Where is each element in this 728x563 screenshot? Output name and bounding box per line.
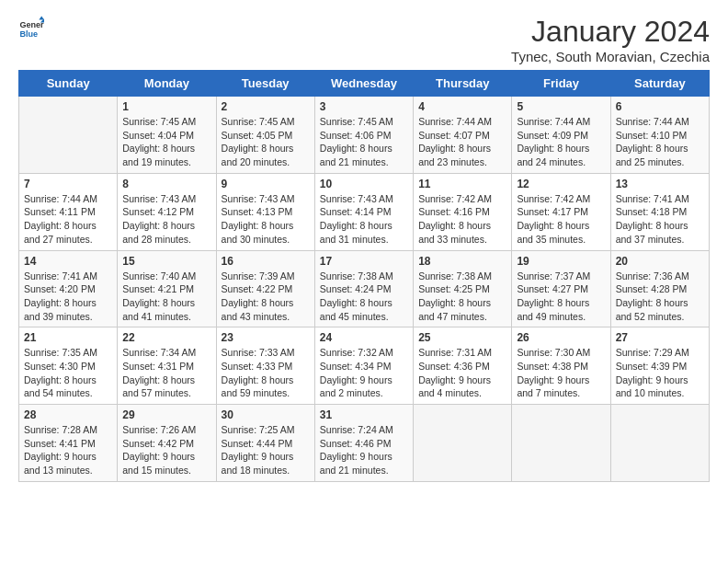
cell-content: Sunrise: 7:38 AM Sunset: 4:25 PM Dayligh… <box>418 270 506 324</box>
calendar-cell <box>414 405 512 482</box>
calendar-cell: 3Sunrise: 7:45 AM Sunset: 4:06 PM Daylig… <box>314 97 413 174</box>
day-number: 27 <box>616 331 704 344</box>
day-number: 10 <box>320 178 408 190</box>
weekday-header-monday: Monday <box>118 71 216 97</box>
calendar-cell: 7Sunrise: 7:44 AM Sunset: 4:11 PM Daylig… <box>19 173 118 250</box>
cell-content: Sunrise: 7:41 AM Sunset: 4:18 PM Dayligh… <box>616 192 704 247</box>
day-number: 7 <box>24 178 112 190</box>
calendar-week-5: 28Sunrise: 7:28 AM Sunset: 4:41 PM Dayli… <box>19 405 710 482</box>
calendar-cell: 18Sunrise: 7:38 AM Sunset: 4:25 PM Dayli… <box>414 250 512 327</box>
cell-content: Sunrise: 7:33 AM Sunset: 4:33 PM Dayligh… <box>222 346 310 400</box>
day-number: 25 <box>418 331 506 344</box>
month-title: January 2024 <box>511 15 710 49</box>
day-number: 29 <box>122 408 210 421</box>
day-number: 6 <box>616 100 704 113</box>
day-number: 4 <box>418 100 506 113</box>
calendar-cell: 10Sunrise: 7:43 AM Sunset: 4:14 PM Dayli… <box>314 173 413 250</box>
svg-text:Blue: Blue <box>19 29 38 39</box>
calendar-cell: 15Sunrise: 7:40 AM Sunset: 4:21 PM Dayli… <box>118 250 216 327</box>
calendar-cell: 28Sunrise: 7:28 AM Sunset: 4:41 PM Dayli… <box>19 405 118 482</box>
calendar-cell: 14Sunrise: 7:41 AM Sunset: 4:20 PM Dayli… <box>19 250 118 327</box>
cell-content: Sunrise: 7:31 AM Sunset: 4:36 PM Dayligh… <box>418 346 506 400</box>
day-number: 13 <box>616 178 704 190</box>
cell-content: Sunrise: 7:45 AM Sunset: 4:05 PM Dayligh… <box>222 115 310 169</box>
calendar-cell: 24Sunrise: 7:32 AM Sunset: 4:34 PM Dayli… <box>314 327 413 405</box>
location-subtitle: Tynec, South Moravian, Czechia <box>511 49 710 64</box>
calendar-cell <box>610 405 709 482</box>
calendar-cell: 13Sunrise: 7:41 AM Sunset: 4:18 PM Dayli… <box>610 173 709 250</box>
cell-content: Sunrise: 7:24 AM Sunset: 4:46 PM Dayligh… <box>320 423 408 477</box>
day-number: 23 <box>222 331 310 344</box>
day-number: 5 <box>517 100 605 113</box>
day-number: 1 <box>122 100 210 113</box>
logo: General Blue <box>18 15 46 40</box>
day-number: 12 <box>517 178 605 190</box>
calendar-table: SundayMondayTuesdayWednesdayThursdayFrid… <box>18 70 710 482</box>
day-number: 21 <box>24 331 112 344</box>
calendar-week-1: 1Sunrise: 7:45 AM Sunset: 4:04 PM Daylig… <box>19 97 710 174</box>
day-number: 28 <box>24 408 112 421</box>
day-number: 30 <box>222 408 310 421</box>
calendar-cell: 30Sunrise: 7:25 AM Sunset: 4:44 PM Dayli… <box>216 405 314 482</box>
calendar-cell: 17Sunrise: 7:38 AM Sunset: 4:24 PM Dayli… <box>314 250 413 327</box>
weekday-header-friday: Friday <box>512 71 610 97</box>
calendar-cell: 23Sunrise: 7:33 AM Sunset: 4:33 PM Dayli… <box>216 327 314 405</box>
calendar-cell: 25Sunrise: 7:31 AM Sunset: 4:36 PM Dayli… <box>414 327 512 405</box>
calendar-cell: 29Sunrise: 7:26 AM Sunset: 4:42 PM Dayli… <box>118 405 216 482</box>
day-number: 17 <box>320 255 408 268</box>
cell-content: Sunrise: 7:43 AM Sunset: 4:12 PM Dayligh… <box>122 192 210 247</box>
day-number: 20 <box>616 255 704 268</box>
cell-content: Sunrise: 7:38 AM Sunset: 4:24 PM Dayligh… <box>320 270 408 324</box>
cell-content: Sunrise: 7:45 AM Sunset: 4:04 PM Dayligh… <box>122 115 210 169</box>
calendar-week-2: 7Sunrise: 7:44 AM Sunset: 4:11 PM Daylig… <box>19 173 710 250</box>
calendar-cell: 4Sunrise: 7:44 AM Sunset: 4:07 PM Daylig… <box>414 97 512 174</box>
day-number: 11 <box>418 178 506 190</box>
cell-content: Sunrise: 7:40 AM Sunset: 4:21 PM Dayligh… <box>122 270 210 324</box>
calendar-cell: 26Sunrise: 7:30 AM Sunset: 4:38 PM Dayli… <box>512 327 610 405</box>
calendar-cell: 5Sunrise: 7:44 AM Sunset: 4:09 PM Daylig… <box>512 97 610 174</box>
cell-content: Sunrise: 7:30 AM Sunset: 4:38 PM Dayligh… <box>517 346 605 400</box>
cell-content: Sunrise: 7:28 AM Sunset: 4:41 PM Dayligh… <box>24 423 112 477</box>
weekday-header-wednesday: Wednesday <box>314 71 413 97</box>
day-number: 16 <box>222 255 310 268</box>
calendar-week-4: 21Sunrise: 7:35 AM Sunset: 4:30 PM Dayli… <box>19 327 710 405</box>
cell-content: Sunrise: 7:43 AM Sunset: 4:14 PM Dayligh… <box>320 192 408 247</box>
weekday-header-sunday: Sunday <box>19 71 118 97</box>
calendar-cell: 11Sunrise: 7:42 AM Sunset: 4:16 PM Dayli… <box>414 173 512 250</box>
cell-content: Sunrise: 7:36 AM Sunset: 4:28 PM Dayligh… <box>616 270 704 324</box>
cell-content: Sunrise: 7:44 AM Sunset: 4:07 PM Dayligh… <box>418 115 506 169</box>
cell-content: Sunrise: 7:44 AM Sunset: 4:11 PM Dayligh… <box>24 192 112 247</box>
calendar-cell: 1Sunrise: 7:45 AM Sunset: 4:04 PM Daylig… <box>118 97 216 174</box>
weekday-header-row: SundayMondayTuesdayWednesdayThursdayFrid… <box>19 71 710 97</box>
day-number: 3 <box>320 100 408 113</box>
day-number: 19 <box>517 255 605 268</box>
cell-content: Sunrise: 7:39 AM Sunset: 4:22 PM Dayligh… <box>222 270 310 324</box>
svg-text:General: General <box>19 20 44 29</box>
calendar-cell: 12Sunrise: 7:42 AM Sunset: 4:17 PM Dayli… <box>512 173 610 250</box>
cell-content: Sunrise: 7:43 AM Sunset: 4:13 PM Dayligh… <box>222 192 310 247</box>
calendar-cell: 9Sunrise: 7:43 AM Sunset: 4:13 PM Daylig… <box>216 173 314 250</box>
day-number: 15 <box>122 255 210 268</box>
cell-content: Sunrise: 7:42 AM Sunset: 4:17 PM Dayligh… <box>517 192 605 247</box>
day-number: 24 <box>320 331 408 344</box>
cell-content: Sunrise: 7:42 AM Sunset: 4:16 PM Dayligh… <box>418 192 506 247</box>
logo-icon: General Blue <box>18 15 44 40</box>
page-header: General Blue January 2024 Tynec, South M… <box>18 15 710 64</box>
weekday-header-tuesday: Tuesday <box>216 71 314 97</box>
cell-content: Sunrise: 7:26 AM Sunset: 4:42 PM Dayligh… <box>122 423 210 477</box>
svg-marker-2 <box>39 16 44 19</box>
day-number: 22 <box>122 331 210 344</box>
cell-content: Sunrise: 7:45 AM Sunset: 4:06 PM Dayligh… <box>320 115 408 169</box>
cell-content: Sunrise: 7:35 AM Sunset: 4:30 PM Dayligh… <box>24 346 112 400</box>
calendar-week-3: 14Sunrise: 7:41 AM Sunset: 4:20 PM Dayli… <box>19 250 710 327</box>
day-number: 9 <box>222 178 310 190</box>
cell-content: Sunrise: 7:32 AM Sunset: 4:34 PM Dayligh… <box>320 346 408 400</box>
cell-content: Sunrise: 7:44 AM Sunset: 4:09 PM Dayligh… <box>517 115 605 169</box>
calendar-cell <box>512 405 610 482</box>
day-number: 14 <box>24 255 112 268</box>
weekday-header-saturday: Saturday <box>610 71 709 97</box>
weekday-header-thursday: Thursday <box>414 71 512 97</box>
calendar-cell: 6Sunrise: 7:44 AM Sunset: 4:10 PM Daylig… <box>610 97 709 174</box>
calendar-cell: 22Sunrise: 7:34 AM Sunset: 4:31 PM Dayli… <box>118 327 216 405</box>
day-number: 18 <box>418 255 506 268</box>
